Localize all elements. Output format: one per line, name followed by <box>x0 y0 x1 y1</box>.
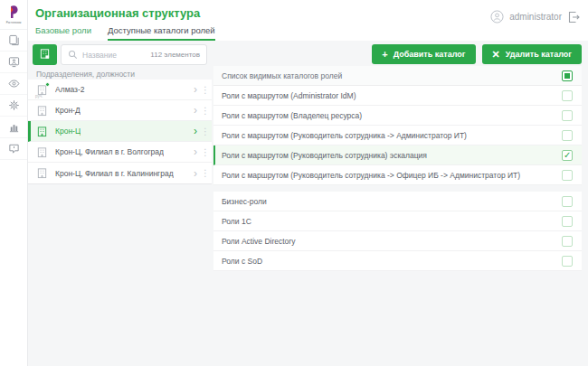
delete-catalog-label: Удалить каталог <box>506 50 572 59</box>
tree-row[interactable]: руч. Алмаз-2 › ⋮ <box>28 80 212 100</box>
catalog-row-label: Роли с маршрутом (Руководитель сотрудник… <box>222 131 467 140</box>
chevron-right-icon[interactable]: › <box>192 105 199 116</box>
chevron-right-icon[interactable]: › <box>192 146 199 157</box>
tree-list: руч. Алмаз-2 › ⋮ Крон-Д › ⋮ Крон-Ц › ⋮ <box>28 80 212 184</box>
catalog-row-label: Роли Active Directory <box>222 237 295 246</box>
catalog-row[interactable]: Бизнес-роли <box>213 192 582 211</box>
search-input[interactable] <box>82 51 146 60</box>
org-structure-button[interactable] <box>33 44 57 65</box>
row-menu-icon[interactable]: ⋮ <box>199 147 212 157</box>
page-header: Организационная структура Базовые роли Д… <box>28 0 588 41</box>
user-name: administrator <box>509 12 562 22</box>
row-checkbox[interactable] <box>562 236 573 247</box>
gear-icon <box>8 99 20 111</box>
row-checkbox[interactable] <box>562 256 573 267</box>
logout-icon[interactable] <box>567 11 580 23</box>
row-menu-icon[interactable]: ⋮ <box>199 168 212 178</box>
catalog-list-header: Список видимых каталогов ролей <box>213 66 582 86</box>
building-add-icon <box>39 48 51 62</box>
catalog-row-label: Роли с маршрутом (Владелец ресурса) <box>222 111 362 120</box>
catalog-row-label: Роли с маршрутом (Administrator IdM) <box>222 91 356 100</box>
tree-row[interactable]: Крон-Ц, Филиал в г. Калининград › ⋮ <box>28 163 212 183</box>
catalog-row-label: Роли 1С <box>222 217 251 226</box>
catalog-row[interactable]: Роли с маршрутом (Владелец ресурса) <box>213 106 582 126</box>
tab-available-role-catalogs[interactable]: Доступные каталоги ролей <box>108 25 215 41</box>
row-checkbox[interactable] <box>562 110 573 121</box>
documents-icon <box>8 34 20 46</box>
app-logo[interactable]: Ростелеком <box>0 0 27 30</box>
plus-icon: + <box>382 50 387 60</box>
building-icon <box>36 167 48 179</box>
tree-row-label: Алмаз-2 <box>55 85 85 94</box>
catalog-row[interactable]: Роли с SoD <box>213 251 582 271</box>
building-icon <box>36 126 48 137</box>
search-icon <box>68 47 78 63</box>
sidebar-item-settings[interactable] <box>0 95 27 117</box>
tree-row-label: Крон-Д <box>55 106 81 115</box>
logo-caption: Ростелеком <box>6 21 21 24</box>
rostelecom-logo-icon <box>7 5 20 20</box>
catalog-rows: Роли с маршрутом (Administrator IdM) Рол… <box>213 86 582 271</box>
chevron-right-icon[interactable]: › <box>192 168 199 179</box>
catalog-row-label: Роли с маршрутом (Руководитель сотрудник… <box>222 171 520 180</box>
catalog-row[interactable]: Роли 1С <box>213 211 582 231</box>
app-sidebar: Ростелеком <box>0 0 28 366</box>
row-checkbox[interactable] <box>562 216 573 227</box>
sidebar-item-documents[interactable] <box>0 30 27 52</box>
building-icon <box>36 105 48 117</box>
close-icon: ✕ <box>492 50 500 60</box>
tree-row[interactable]: Крон-Ц, Филиал в г. Волгоград › ⋮ <box>28 142 212 163</box>
catalog-row-label: Бизнес-роли <box>222 197 267 206</box>
tree-row-label: Крон-Ц <box>55 127 81 136</box>
catalog-row[interactable]: Роли с маршрутом (Руководитель сотрудник… <box>213 126 582 145</box>
catalog-list-header-label: Список видимых каталогов ролей <box>222 71 342 80</box>
tree-row[interactable]: Крон-Д › ⋮ <box>28 100 212 121</box>
catalog-row[interactable]: Роли с маршрутом (Administrator IdM) <box>213 86 582 106</box>
page-title: Организационная структура <box>35 6 200 20</box>
sync-badge <box>45 82 50 87</box>
chevron-right-icon[interactable]: › <box>192 84 199 95</box>
catalog-row[interactable]: Роли Active Directory <box>213 231 582 251</box>
eye-icon <box>8 78 20 89</box>
user-avatar-icon <box>490 10 504 23</box>
tab-base-roles[interactable]: Базовые роли <box>35 25 91 41</box>
sidebar-item-presentation[interactable] <box>0 52 27 73</box>
feedback-icon <box>8 143 20 155</box>
row-checkbox[interactable] <box>562 90 573 101</box>
tree-section-label: Подразделения, должности <box>36 70 135 79</box>
catalog-row[interactable]: Роли с маршрутом (Руководитель сотрудник… <box>213 145 582 165</box>
row-menu-icon[interactable]: ⋮ <box>199 127 212 136</box>
row-checkbox[interactable] <box>562 130 573 141</box>
tab-bar: Базовые роли Доступные каталоги ролей <box>35 25 215 41</box>
catalog-actions: + Добавить каталог ✕ Удалить каталог <box>372 44 582 64</box>
bar-chart-icon <box>8 121 20 133</box>
catalog-row-label: Роли с маршрутом (Руководитель сотрудник… <box>222 151 427 160</box>
sidebar-item-visibility[interactable] <box>0 73 27 95</box>
items-count: 112 элементов <box>150 51 200 59</box>
user-area: administrator <box>490 10 580 23</box>
tree-row[interactable]: Крон-Ц › ⋮ <box>28 121 212 142</box>
sidebar-item-reports[interactable] <box>0 117 27 138</box>
row-checkbox[interactable] <box>562 196 573 207</box>
row-menu-icon[interactable]: ⋮ <box>199 85 212 95</box>
tree-row-label: Крон-Ц, Филиал в г. Калининград <box>55 169 174 178</box>
monitor-user-icon <box>8 56 20 68</box>
building-icon <box>36 146 48 158</box>
tree-row-label: Крон-Ц, Филиал в г. Волгоград <box>55 147 164 156</box>
catalog-row-label: Роли с SoD <box>222 257 262 266</box>
row-menu-icon[interactable]: ⋮ <box>199 106 212 116</box>
chevron-right-icon[interactable]: › <box>192 126 199 136</box>
add-catalog-button[interactable]: + Добавить каталог <box>372 44 475 64</box>
delete-catalog-button[interactable]: ✕ Удалить каталог <box>482 44 582 64</box>
tree-search: 112 элементов <box>61 44 207 65</box>
row-checkbox[interactable] <box>562 150 573 161</box>
icon-subtext: руч. <box>35 94 43 99</box>
catalog-list: Список видимых каталогов ролей Роли с ма… <box>213 66 582 271</box>
row-checkbox[interactable] <box>562 170 573 181</box>
catalog-row[interactable]: Роли с маршрутом (Руководитель сотрудник… <box>213 165 582 185</box>
select-all-checkbox[interactable] <box>562 70 573 81</box>
sidebar-item-feedback[interactable] <box>0 138 27 160</box>
add-catalog-label: Добавить каталог <box>394 50 466 59</box>
